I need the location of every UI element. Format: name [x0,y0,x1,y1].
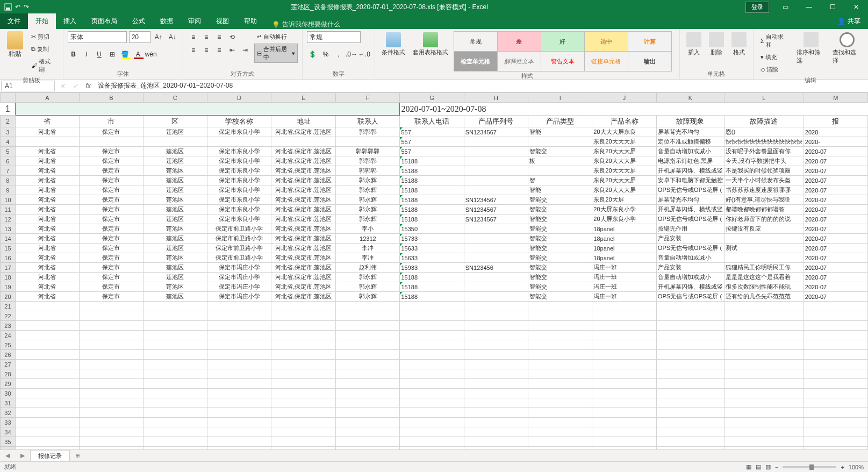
cell[interactable]: 冯庄一班 [592,282,657,292]
cell[interactable]: 15188 [400,166,464,176]
cell[interactable]: 你好老师留下的的的的说 [724,214,804,224]
cell[interactable]: 河北省 [15,253,79,263]
cell[interactable]: 保定市 [79,282,143,292]
cell[interactable]: 18panel [592,244,657,253]
format-as-table-button[interactable]: 套用表格格式 [411,31,450,58]
cell[interactable] [528,398,592,408]
cell[interactable] [528,379,592,389]
cell[interactable]: 保定市 [79,273,143,282]
cell[interactable]: 很多次数限制性能不能玩 [724,282,804,292]
cell[interactable] [336,408,400,418]
cell[interactable]: 保定市东良小学 [207,214,271,224]
cell[interactable]: 郭永辉 [336,273,400,282]
cell[interactable] [528,137,592,147]
cell[interactable]: 东良20大大大屏 [592,147,657,156]
cell[interactable]: 2020- [804,137,867,147]
cell[interactable] [143,437,207,447]
cell[interactable]: 保定市东良小学 [207,195,271,205]
cell[interactable]: 保定市东良小学 [207,127,271,137]
row-header[interactable]: 7 [1,166,16,176]
view-layout-icon[interactable]: ▤ [756,463,761,470]
column-header-cell[interactable]: 产品名称 [592,116,657,127]
cell[interactable]: 都谱晚都晚都都都谱答 [724,205,804,214]
comma-icon[interactable]: , [333,48,345,60]
cell[interactable]: 2020-07 [804,214,867,224]
cell[interactable] [336,418,400,427]
cell[interactable]: 2020-07 [804,147,867,156]
cell[interactable] [592,398,657,408]
cell[interactable] [804,389,867,398]
cell[interactable] [724,340,804,350]
cell[interactable] [336,389,400,398]
cell[interactable]: 智能交 [528,234,592,244]
row-header[interactable]: 34 [1,427,16,437]
cell[interactable] [79,137,143,147]
cell[interactable] [804,331,867,340]
cell[interactable] [592,418,657,427]
col-header[interactable]: G [400,93,464,103]
align-center-icon[interactable]: ≡ [200,44,212,56]
cell[interactable]: 开机屏幕闪烁、横线或竖 [656,282,724,292]
cell[interactable] [464,408,528,418]
row-header[interactable]: 17 [1,263,16,273]
cell[interactable]: 保定市冯庄小学 [207,292,271,302]
cell[interactable] [464,331,528,340]
cell[interactable]: 东良20大大大屏 [592,137,657,147]
cell[interactable]: 15188 [400,292,464,302]
row-header[interactable]: 5 [1,147,16,156]
tab-layout[interactable]: 页面布局 [84,13,125,29]
cell[interactable]: 保定市东良小学 [207,166,271,176]
cell[interactable] [724,369,804,379]
cell[interactable] [143,311,207,321]
cell[interactable]: OPS无信号或OPS花屏 ( [656,214,724,224]
cell[interactable] [464,273,528,282]
cell[interactable]: 15188 [400,273,464,282]
cell[interactable] [804,398,867,408]
cell[interactable] [656,360,724,369]
cell[interactable] [207,321,271,331]
style-good[interactable]: 好 [541,31,585,52]
cell[interactable]: 2020-07 [804,234,867,244]
cell[interactable]: 保定市 [79,185,143,195]
tab-help[interactable]: 帮助 [236,13,264,29]
cell[interactable]: 河北省,保定市,莲池区 [271,263,336,273]
cell[interactable] [79,350,143,360]
cell[interactable] [271,302,336,311]
cell[interactable] [15,302,79,311]
row-header[interactable]: 15 [1,244,16,253]
cell[interactable] [724,389,804,398]
col-header[interactable]: M [804,93,867,103]
cell[interactable]: 智能 [528,127,592,137]
cell[interactable]: 20大屏东良小学 [592,214,657,224]
cell[interactable]: SN1234567 [464,214,528,224]
cell[interactable] [143,389,207,398]
cell[interactable]: 河北省 [15,176,79,185]
cell[interactable] [271,398,336,408]
cell[interactable]: 没有呢子外套餐里面有你 [724,147,804,156]
row-header[interactable]: 29 [1,379,16,389]
cell[interactable]: 莲池区 [143,214,207,224]
cell[interactable]: 河北省 [15,282,79,292]
cell[interactable] [79,369,143,379]
format-painter-button[interactable]: 🖌格式刷 [28,56,59,75]
cell[interactable]: 莲池区 [143,147,207,156]
cell[interactable] [400,427,464,437]
tab-home[interactable]: 开始 [28,13,56,29]
cell[interactable]: 河北省,保定市,莲池区 [271,185,336,195]
tell-me[interactable]: 💡告诉我你想要做什么 [272,20,340,29]
cell[interactable] [464,185,528,195]
cell[interactable] [79,437,143,447]
cell[interactable]: 保定市东良小学 [207,185,271,195]
cell[interactable] [464,360,528,369]
cell[interactable] [592,331,657,340]
cell[interactable]: 保定市东良小学 [207,156,271,166]
cell[interactable]: 音量自动增加或减小 [656,147,724,156]
fill-color-button[interactable]: 🪣 [119,48,131,60]
cell[interactable] [804,321,867,331]
cell[interactable]: 15188 [400,176,464,185]
close-icon[interactable]: ✕ [844,0,868,14]
cell[interactable] [79,360,143,369]
cell[interactable] [207,331,271,340]
cell[interactable]: 智能交 [528,282,592,292]
cell[interactable] [143,302,207,311]
